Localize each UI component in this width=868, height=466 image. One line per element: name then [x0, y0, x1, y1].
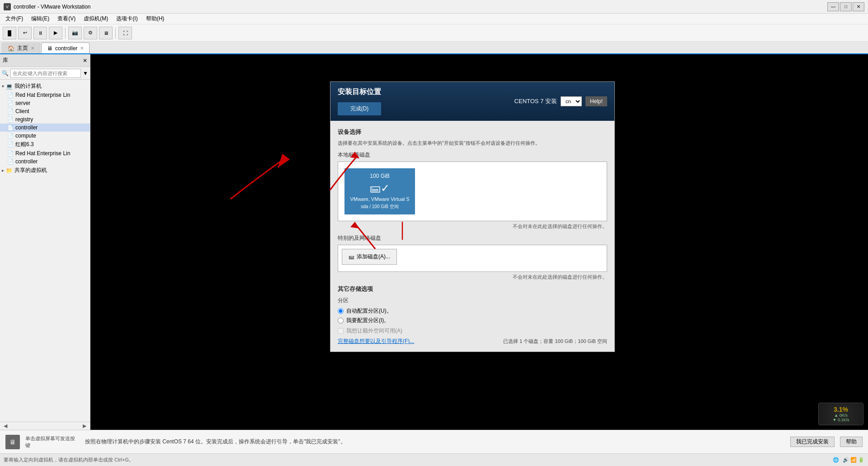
- toolbar-power-btn[interactable]: ▐▌: [3, 27, 16, 39]
- centos-title: CENTOS 7 安装: [514, 97, 557, 105]
- devices-desc: 选择要在其中安装系统的设备。点击主菜单中的"开始安装"按钮不会对该设备进行任何操…: [338, 140, 607, 147]
- vm-icon-6: 📄: [7, 133, 14, 139]
- installer-window: 安装目标位置 完成(D) CENTOS 7 安装 cn en Help!: [330, 81, 615, 352]
- sidebar-item-controller2[interactable]: 📄 controller: [0, 157, 90, 166]
- lang-selector[interactable]: cn en: [561, 96, 582, 106]
- installer-body: 设备选择 选择要在其中安装系统的设备。点击主菜单中的"开始安装"按钮不会对该设备…: [330, 121, 614, 352]
- disk-icon: 🖴✓: [349, 182, 410, 195]
- menu-bar: 文件(F) 编辑(E) 查看(V) 虚拟机(M) 选项卡(I) 帮助(H): [0, 14, 868, 24]
- tab-home[interactable]: 🏠 主页 ✕: [2, 43, 40, 53]
- minimize-button[interactable]: —: [827, 2, 839, 11]
- menu-file[interactable]: 文件(F): [2, 14, 27, 24]
- add-disk-button[interactable]: 🖴 添加磁盘(A)...: [342, 249, 397, 265]
- computer-icon: 💻: [6, 83, 13, 90]
- disk-item-sda-inner[interactable]: 100 GiB 🖴✓ VMware, VMware Virtual S sda …: [344, 167, 416, 215]
- menu-help[interactable]: 帮助(H): [142, 14, 168, 24]
- radio-auto-input[interactable]: [338, 308, 344, 314]
- tab-controller[interactable]: 🖥 controller ✕: [41, 43, 90, 53]
- sidebar-item-server[interactable]: 📄 server: [0, 99, 90, 107]
- radio-group: 自动配置分区(U)。 我要配置分区(I)。: [338, 307, 607, 324]
- other-options-section: 其它存储选项 分区 自动配置分区(U)。 我要配置分区(I)。: [338, 285, 607, 335]
- window-title: controller - VMware Workstation: [14, 4, 91, 10]
- sidebar-scroll-right[interactable]: ▶: [83, 423, 86, 429]
- help-button[interactable]: 帮助: [840, 437, 863, 447]
- vm-icon-1: 📄: [7, 92, 14, 98]
- status-bar-right: 🌐 🔊 📶 🔋: [833, 457, 864, 463]
- tab-controller-label: controller: [55, 45, 77, 52]
- sidebar-item-redhat63[interactable]: 📄 红帽6.3: [0, 140, 90, 149]
- sidebar-close-icon[interactable]: ✕: [83, 57, 87, 64]
- sidebar-search-bar: 🔍 ▼: [0, 67, 90, 80]
- bottom-area: 🖥 单击虚拟屏幕可发送按键 按照在物理计算机中的步骤安装 CentOS 7 64…: [0, 430, 868, 453]
- maximize-button[interactable]: □: [840, 2, 852, 11]
- menu-vm[interactable]: 虚拟机(M): [80, 14, 112, 24]
- devices-section-title: 设备选择: [338, 128, 607, 136]
- toolbar-revert-btn[interactable]: ↩: [18, 27, 32, 39]
- sidebar-item-redhat1-label: Red Hat Enterprise Lin: [15, 92, 70, 98]
- installer-title: 安装目标位置: [338, 87, 381, 97]
- search-dropdown-icon[interactable]: ▼: [83, 70, 88, 76]
- other-options-title: 其它存储选项: [338, 285, 607, 293]
- sidebar-item-compute[interactable]: 📄 compute: [0, 132, 90, 140]
- sidebar-item-controller[interactable]: 📄 controller: [0, 124, 90, 132]
- sidebar-item-redhat1[interactable]: 📄 Red Hat Enterprise Lin: [0, 91, 90, 99]
- sidebar-item-client-label: Client: [15, 108, 29, 114]
- menu-tab[interactable]: 选项卡(I): [113, 14, 141, 24]
- sidebar-scroll-left[interactable]: ◀: [4, 423, 7, 429]
- vm-content-area[interactable]: 安装目标位置 完成(D) CENTOS 7 安装 cn en Help!: [90, 54, 868, 430]
- sidebar-item-server-label: server: [15, 100, 30, 106]
- toolbar-fullscreen-btn[interactable]: ⛶: [118, 27, 132, 39]
- partition-label: 分区: [338, 297, 607, 304]
- toolbar-resume-btn[interactable]: ▶: [49, 27, 62, 39]
- disk-item-sda[interactable]: 100 GiB 🖴✓ VMware, VMware Virtual S sda …: [344, 167, 416, 215]
- tree-group-my-computer-label: 我的计算机: [14, 82, 42, 90]
- vm-screen[interactable]: 安装目标位置 完成(D) CENTOS 7 安装 cn en Help!: [90, 54, 868, 430]
- tab-controller-close[interactable]: ✕: [80, 46, 84, 51]
- disk-path: sda / 100 GiB 空间: [349, 204, 410, 210]
- radio-manual-label: 我要配置分区(I)。: [346, 317, 389, 324]
- title-bar: V controller - VMware Workstation — □ ✕: [0, 0, 868, 14]
- sidebar: 库 ✕ 🔍 ▼ ▾ 💻 我的计算机 📄 Red Hat Enterprise L…: [0, 54, 90, 430]
- vm-icon-4: 📄: [7, 117, 14, 123]
- vm-icon-8: 📄: [7, 151, 14, 157]
- finish-install-button[interactable]: 我已完成安装: [790, 437, 835, 447]
- done-button[interactable]: 完成(D): [338, 102, 381, 115]
- toolbar-snapshot-btn[interactable]: 📷: [68, 27, 82, 39]
- expand-icon: ▾: [2, 84, 4, 89]
- sidebar-title: 库: [3, 57, 8, 64]
- toolbar: ▐▌ ↩ ⏸ ▶ 📷 ⚙ 🖥 ⛶: [0, 24, 868, 42]
- menu-edit[interactable]: 编辑(E): [28, 14, 53, 24]
- checkbox-extra-space-input[interactable]: [338, 328, 344, 334]
- toolbar-console-btn[interactable]: 🖥: [99, 27, 113, 39]
- sidebar-item-controller2-label: controller: [15, 158, 38, 165]
- radio-manual[interactable]: 我要配置分区(I)。: [338, 317, 607, 324]
- sidebar-item-redhat2[interactable]: 📄 Red Hat Enterprise Lin: [0, 149, 90, 157]
- local-disk-grid: 100 GiB 🖴✓ VMware, VMware Virtual S sda …: [338, 162, 607, 221]
- full-disk-link[interactable]: 完整磁盘想要以及引导程序(F)...: [338, 338, 414, 345]
- vm-tab-icon: 🖥: [47, 45, 52, 52]
- app-icon: V: [4, 3, 11, 10]
- tree-group-my-computer[interactable]: ▾ 💻 我的计算机: [0, 81, 90, 91]
- sidebar-item-shared-vms[interactable]: ▸ 📁 共享的虚拟机: [0, 166, 90, 175]
- toolbar-settings-btn[interactable]: ⚙: [84, 27, 97, 39]
- tab-home-close[interactable]: ✕: [31, 46, 34, 51]
- installer-help-button[interactable]: Help!: [585, 96, 607, 106]
- vm-hint-label: 单击虚拟屏幕可发送按键: [25, 435, 80, 449]
- add-disk-label: 添加磁盘(A)...: [357, 253, 390, 261]
- special-disk-note: 不会对未在此处选择的磁盘进行任何操作。: [338, 274, 607, 281]
- sidebar-item-redhat2-label: Red Hat Enterprise Lin: [15, 150, 70, 157]
- radio-auto[interactable]: 自动配置分区(U)。: [338, 307, 607, 315]
- radio-manual-input[interactable]: [338, 318, 344, 323]
- toolbar-pause-btn[interactable]: ⏸: [33, 27, 47, 39]
- sidebar-item-compute-label: compute: [15, 133, 36, 139]
- system-tray: 🔊 📶 🔋: [843, 457, 864, 463]
- sidebar-item-registry[interactable]: 📄 registry: [0, 115, 90, 124]
- checkbox-extra-space[interactable]: 我想让额外空间可用(A): [338, 327, 607, 335]
- search-input[interactable]: [10, 69, 81, 78]
- sidebar-item-client[interactable]: 📄 Client: [0, 107, 90, 115]
- installer-top-right: CENTOS 7 安装 cn en Help!: [514, 96, 607, 106]
- menu-view[interactable]: 查看(V): [54, 14, 79, 24]
- disk-size: 100 GiB: [349, 173, 410, 179]
- close-button[interactable]: ✕: [853, 2, 864, 11]
- sidebar-bottom: ◀ ▶: [0, 422, 90, 430]
